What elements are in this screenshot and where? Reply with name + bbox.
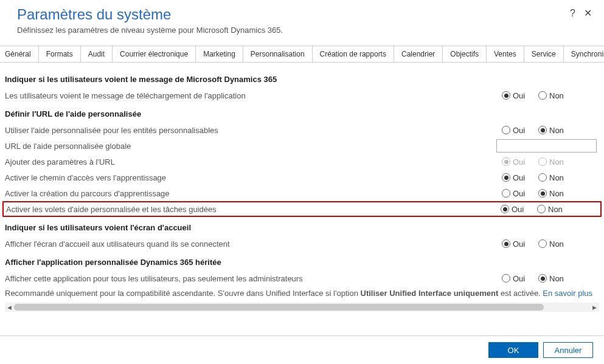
tab-goals[interactable]: Objectifs (443, 46, 487, 62)
section-header-legacy-app: Afficher l'application personnalisée Dyn… (5, 252, 599, 270)
radio-welcome-no[interactable] (538, 239, 547, 248)
radio-label-yes: Oui (513, 173, 525, 182)
horizontal-scrollbar[interactable]: ◀ ▶ (5, 303, 599, 312)
radio-download-yes[interactable] (502, 91, 510, 100)
radio-label-yes: Oui (513, 274, 525, 283)
tab-customization[interactable]: Personnalisation (243, 46, 313, 62)
label-custom-help-panes: Activer les volets d'aide personnalisée … (6, 205, 501, 214)
radio-label-no: Non (548, 205, 563, 214)
page-subtitle: Définissez les paramètres de niveau syst… (17, 26, 587, 35)
cancel-button[interactable]: Annuler (543, 342, 593, 358)
section-header-message: Indiquer si les utilisateurs voient le m… (5, 69, 599, 88)
tab-sales[interactable]: Ventes (487, 46, 524, 62)
dialog-footer: OK Annuler (0, 335, 604, 364)
tab-bar: Général Formats Audit Courrier électroni… (0, 46, 604, 63)
recommend-suffix: est activée. (498, 289, 543, 298)
radio-label-yes: Oui (513, 91, 525, 100)
radio-label-no: Non (549, 239, 564, 249)
row-custom-help-panes: Activer les volets d'aide personnalisée … (2, 201, 602, 217)
radio-custom-help-no[interactable] (538, 126, 547, 134)
row-welcome-screen: Afficher l'écran d'accueil aux utilisate… (5, 236, 599, 252)
radio-label-no: Non (549, 274, 564, 283)
row-global-help-url: URL de l'aide personnalisée globale (5, 138, 599, 154)
label-download-message: Les utilisateurs voient le message de té… (5, 91, 502, 100)
radio-label-yes: Oui (513, 239, 525, 249)
label-learning-path: Activer le chemin d'accès vers l'apprent… (5, 173, 502, 182)
row-legacy-app: Afficher cette application pour tous les… (5, 270, 599, 286)
radio-help-panes-no[interactable] (537, 205, 546, 213)
label-add-params: Ajouter des paramètres à l'URL (5, 157, 502, 167)
radio-label-no: Non (549, 91, 564, 100)
recommend-prefix: Recommandé uniquement pour la compatibil… (5, 289, 361, 298)
legacy-app-recommendation: Recommandé uniquement pour la compatibil… (5, 286, 599, 301)
radio-learning-path-no[interactable] (538, 173, 547, 182)
row-add-params: Ajouter des paramètres à l'URL Oui Non (5, 154, 599, 170)
close-icon[interactable]: ✕ (584, 7, 592, 19)
radio-label-yes: Oui (512, 205, 524, 214)
row-learning-authoring: Activer la création du parcours d'appren… (5, 185, 599, 201)
scroll-thumb[interactable] (14, 304, 544, 311)
radio-label-no: Non (549, 173, 564, 182)
radio-legacy-yes[interactable] (502, 274, 510, 283)
label-global-help-url: URL de l'aide personnalisée globale (5, 142, 496, 151)
section-header-welcome: Indiquer si les utilisateurs voient l'éc… (5, 217, 599, 236)
row-custom-help: Utiliser l'aide personnalisée pour les e… (5, 122, 599, 138)
tab-calendar[interactable]: Calendrier (394, 46, 443, 62)
radio-learning-path-yes[interactable] (502, 173, 510, 182)
radio-add-params-yes (502, 157, 510, 166)
radio-learning-authoring-yes[interactable] (502, 189, 510, 197)
tab-service[interactable]: Service (524, 46, 564, 62)
tab-marketing[interactable]: Marketing (196, 46, 243, 62)
radio-label-no: Non (549, 157, 564, 167)
content-area: Indiquer si les utilisateurs voient le m… (0, 63, 604, 312)
label-welcome-screen: Afficher l'écran d'accueil aux utilisate… (5, 239, 502, 249)
row-learning-path: Activer le chemin d'accès vers l'apprent… (5, 170, 599, 185)
radio-custom-help-yes[interactable] (502, 126, 510, 134)
radio-label-yes: Oui (513, 189, 525, 198)
row-download-message: Les utilisateurs voient le message de té… (5, 88, 599, 103)
input-global-help-url[interactable] (496, 139, 597, 153)
tab-reporting[interactable]: Création de rapports (313, 46, 394, 62)
page-title: Paramètres du système (17, 6, 587, 23)
help-icon[interactable]: ? (570, 8, 575, 19)
learn-more-link[interactable]: En savoir plus (543, 289, 592, 298)
tab-email[interactable]: Courrier électronique (113, 46, 196, 62)
label-custom-help: Utiliser l'aide personnalisée pour les e… (5, 126, 502, 135)
tab-formats[interactable]: Formats (39, 46, 81, 62)
label-legacy-app: Afficher cette application pour tous les… (5, 274, 502, 283)
dialog-header: ? ✕ Paramètres du système Définissez les… (0, 0, 604, 46)
radio-learning-authoring-no[interactable] (538, 189, 547, 197)
recommend-bold: Utiliser Unified Interface uniquement (361, 289, 499, 298)
ok-button[interactable]: OK (488, 342, 538, 358)
radio-legacy-no[interactable] (538, 274, 547, 283)
scroll-track[interactable] (14, 303, 590, 312)
scroll-right-icon[interactable]: ▶ (590, 303, 599, 312)
radio-welcome-yes[interactable] (502, 239, 510, 248)
section-header-help-url: Définir l'URL de l'aide personnalisée (5, 103, 599, 122)
radio-download-no[interactable] (538, 91, 547, 100)
tab-audit[interactable]: Audit (81, 46, 113, 62)
radio-add-params-no (538, 157, 547, 166)
scroll-left-icon[interactable]: ◀ (5, 303, 14, 312)
tab-general[interactable]: Général (0, 46, 39, 62)
label-learning-authoring: Activer la création du parcours d'appren… (5, 189, 502, 198)
tab-sync[interactable]: Synchronisation (564, 46, 604, 62)
radio-help-panes-yes[interactable] (501, 205, 509, 213)
radio-label-no: Non (549, 189, 564, 198)
radio-label-yes: Oui (513, 126, 525, 135)
radio-label-no: Non (549, 126, 564, 135)
radio-label-yes: Oui (513, 157, 525, 167)
